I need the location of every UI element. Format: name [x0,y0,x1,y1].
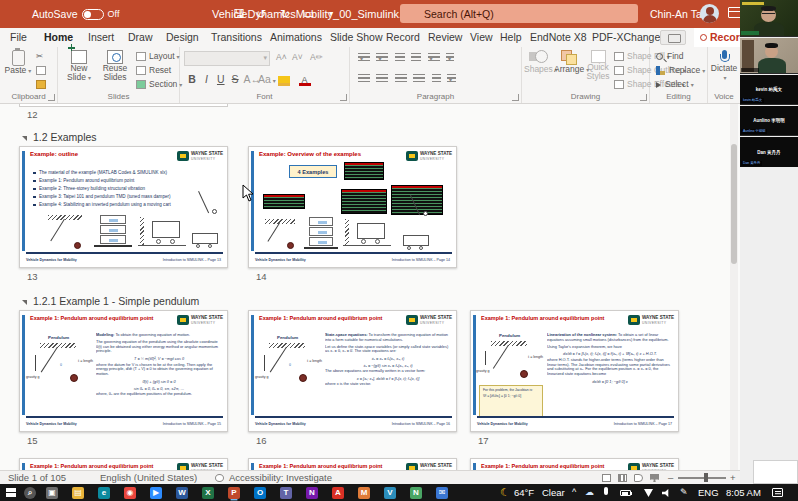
section-button[interactable]: Section [136,79,182,89]
reuse-slides-button[interactable]: ReuseSlides [98,50,132,82]
file-explorer-icon[interactable]: ▤ [72,487,84,499]
autosave-toggle[interactable]: AutoSave Off [32,7,119,21]
font-name-combobox[interactable] [184,51,270,66]
slideshow-view-icon[interactable] [650,474,659,482]
pen-icon[interactable]: ✎ [680,486,688,499]
quick-styles-button[interactable]: QuickStyles [585,50,611,81]
sorter-scrollbar[interactable] [730,104,738,470]
weather-temp[interactable]: 64°F [514,484,534,501]
volume-icon[interactable] [662,489,671,497]
accessibility-status[interactable]: Accessibility: Investigate [229,471,332,484]
section-header-example1[interactable]: 1.2.1 Example 1 - Simple pendulum [22,295,199,307]
character-spacing-button[interactable]: A↔ [244,73,256,85]
search-input[interactable] [400,4,638,23]
arrange-button[interactable]: Arrange [554,50,584,75]
tab-animations[interactable]: Animations [270,28,322,47]
language-indicator[interactable]: English (United States) [100,471,197,484]
wifi-icon[interactable] [644,489,653,497]
slide-15-thumbnail[interactable]: Example 1: Pendulum around equilibrium p… [19,310,228,432]
tab-help[interactable]: Help [500,28,522,47]
justify-button[interactable] [413,74,425,84]
normal-view-icon[interactable] [602,474,611,482]
participant-video-3[interactable]: kevin 柏禹文 kevin 柏禹文 [740,75,798,105]
tab-endnote[interactable]: EndNote X8 [530,28,587,47]
mail-icon[interactable]: ✉ [436,487,448,499]
document-title[interactable]: VehicleDynamicsMobility_00_Simulink... [212,0,408,28]
bullets-button[interactable] [358,53,370,63]
align-right-button[interactable] [395,74,407,84]
powerpoint-icon[interactable]: P [228,487,240,499]
new-slide-button[interactable]: New Slide [62,50,96,83]
slide-17-thumbnail[interactable]: Example 1: Pendulum around equilibrium p… [470,310,679,432]
task-view-icon[interactable]: ▣ [46,487,58,499]
slide-20-thumbnail[interactable]: Example 1: Pendulum around equilibrium p… [470,458,679,470]
convert-smartart-button[interactable] [447,74,456,84]
search-taskbar-icon[interactable]: ⌕ [24,487,36,499]
tab-draw[interactable]: Draw [128,28,153,47]
tab-view[interactable]: View [470,28,493,47]
notepad-icon[interactable]: N [410,487,422,499]
decrease-indent-button[interactable] [395,53,405,63]
tray-mic-icon[interactable] [604,486,608,499]
outlook-icon[interactable]: O [254,487,266,499]
clipboard-dialog-launcher[interactable] [48,94,55,101]
format-painter-button[interactable] [36,79,49,89]
shapes-button[interactable]: Shapes [524,50,552,75]
line-spacing-button[interactable] [428,53,440,63]
italic-button[interactable]: I [200,73,212,85]
replace-button[interactable]: Replace [656,65,705,75]
toggle-switch-icon[interactable] [82,9,104,20]
text-highlight-icon[interactable] [278,76,290,86]
tab-record[interactable]: Record [386,28,420,47]
zoom-slider-thumb[interactable] [704,473,708,482]
tab-insert[interactable]: Insert [88,28,114,47]
participant-video-5[interactable]: Dan 黄丹丹 Dan 黄丹丹 [740,137,798,167]
change-case-button[interactable]: Aa [258,73,270,85]
dictate-button[interactable]: Dictate [710,50,738,83]
start-button[interactable] [6,488,16,498]
text-direction-button[interactable] [446,53,454,63]
font-dialog-launcher[interactable] [340,94,347,101]
avatar[interactable] [700,4,719,23]
slide-indicator[interactable]: Slide 1 of 105 [8,471,66,484]
onenote-icon[interactable]: N [306,487,318,499]
zoom-out-button[interactable]: – [668,471,673,484]
weather-desc[interactable]: Clear [542,484,565,501]
zoom-app-icon[interactable]: ▶ [150,487,162,499]
chrome-icon[interactable]: ◉ [124,487,136,499]
slide-12-thumbnail-edge[interactable] [19,104,228,107]
decrease-font-button[interactable]: A˅ [292,52,303,62]
tray-chevron-icon[interactable]: ^ [572,486,576,499]
select-button[interactable]: Select [656,79,694,89]
zoom-slider[interactable] [678,477,726,479]
numbering-button[interactable] [376,53,388,63]
slide-18-thumbnail[interactable]: Example 1: Pendulum around equilibrium p… [19,458,228,470]
slide-16-thumbnail[interactable]: Example 1: Pendulum around equilibrium p… [248,310,457,432]
tab-transitions[interactable]: Transitions [211,28,262,47]
slide-sorter-view-icon[interactable] [618,474,627,482]
cut-button[interactable]: ✂ [36,51,43,61]
drawing-dialog-launcher[interactable] [640,94,647,101]
clear-formatting-button[interactable]: A✏ [310,52,323,62]
zoom-in-button[interactable]: + [730,471,736,484]
tab-review[interactable]: Review [428,28,462,47]
tab-home[interactable]: Home [44,28,73,49]
action-center-icon[interactable] [772,488,783,497]
edge-icon[interactable]: e [98,487,110,499]
increase-font-button[interactable]: A˄ [276,52,287,62]
scrollbar-thumb[interactable] [731,144,737,264]
participant-video-1[interactable] [740,0,798,37]
language-button[interactable]: ENG [698,484,719,501]
section-header-examples[interactable]: 1.2 Examples [22,131,97,143]
tab-slide-show[interactable]: Slide Show [330,28,383,47]
participant-video-4[interactable]: Aunlino 李明明 Aunlino 李明明 [740,106,798,136]
layout-button[interactable]: Layout [136,51,180,61]
slide-14-thumbnail[interactable]: Example: Overview of the examples WAYNE … [248,146,457,268]
increase-indent-button[interactable] [411,53,421,63]
align-left-button[interactable] [358,74,370,84]
excel-icon[interactable]: X [202,487,214,499]
matlab-icon[interactable]: M [358,487,370,499]
find-button[interactable]: Find [656,51,684,61]
battery-icon[interactable] [620,490,631,496]
columns-button[interactable] [432,74,441,84]
